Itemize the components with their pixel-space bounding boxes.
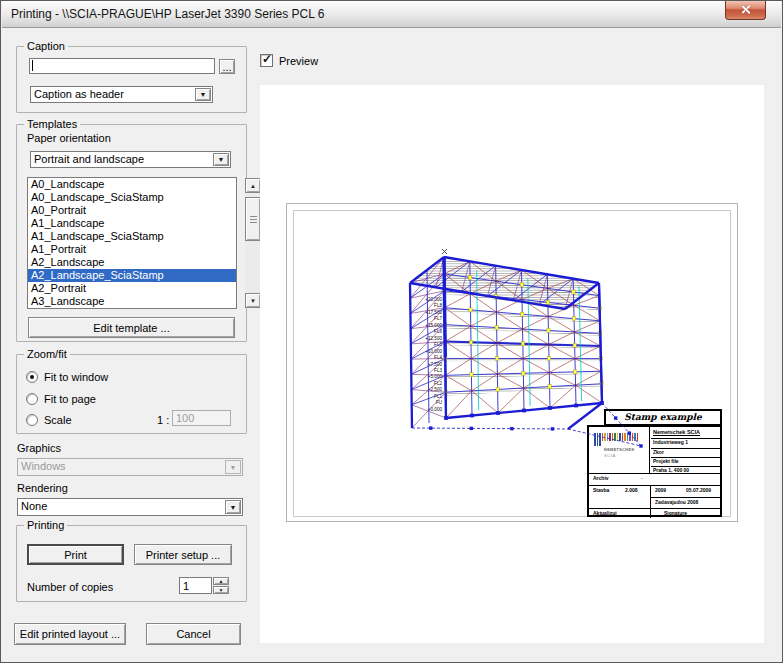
radio-scale[interactable] — [26, 414, 38, 426]
printing-group-legend: Printing — [24, 519, 67, 531]
list-item[interactable]: A0_Landscape — [28, 178, 236, 191]
arrow-up-icon: ▲ — [219, 579, 224, 584]
dropdown-button[interactable]: ▼ — [213, 153, 229, 166]
dropdown-button[interactable]: ▼ — [195, 88, 211, 101]
list-item[interactable]: A0_Landscape_SciaStamp — [28, 191, 236, 204]
preview-checkbox[interactable]: ✓ — [260, 54, 273, 67]
arrow-up-icon: ▲ — [250, 183, 256, 189]
edit-template-label: Edit template ... — [93, 322, 169, 334]
templates-group-legend: Templates — [24, 118, 80, 130]
caption-group-legend: Caption — [24, 40, 68, 52]
paper-orientation-dropdown[interactable]: Portrait and landscape ▼ — [30, 151, 231, 168]
browse-button-label: ... — [222, 61, 231, 73]
close-button[interactable] — [725, 1, 766, 20]
printer-setup-button[interactable]: Printer setup ... — [134, 544, 232, 565]
preview-model-drawing — [260, 85, 764, 643]
rendering-value: None — [21, 500, 47, 512]
caption-input[interactable] — [29, 58, 215, 74]
template-list[interactable]: A0_LandscapeA0_Landscape_SciaStampA0_Por… — [27, 177, 237, 309]
list-item[interactable]: A2_Landscape_SciaStamp — [28, 269, 236, 282]
cancel-button-label: Cancel — [176, 628, 210, 640]
chevron-down-icon: ▼ — [230, 464, 237, 471]
edit-printed-layout-label: Edit printed layout ... — [20, 628, 120, 640]
fit-to-window-label: Fit to window — [44, 371, 108, 383]
copies-up-button[interactable]: ▲ — [213, 577, 229, 585]
list-item[interactable]: A2_Landscape — [28, 256, 236, 269]
arrow-down-icon: ▼ — [219, 588, 224, 593]
scroll-down-button[interactable]: ▼ — [245, 293, 261, 308]
print-button-label: Print — [64, 549, 87, 561]
list-item[interactable]: A3_Landscape — [28, 295, 236, 308]
scrollbar-thumb[interactable] — [245, 197, 261, 241]
template-list-scrollbar[interactable]: ▲ ▼ — [245, 178, 261, 308]
print-button[interactable]: Print — [27, 544, 124, 565]
paper-orientation-value: Portrait and landscape — [34, 153, 144, 165]
graphics-dropdown: Windows ▼ — [17, 458, 243, 476]
radio-dot — [30, 375, 34, 379]
printer-setup-label: Printer setup ... — [146, 549, 221, 561]
scale-label: Scale — [44, 414, 72, 426]
list-item[interactable]: A1_Landscape — [28, 217, 236, 230]
caption-browse-button[interactable]: ... — [219, 59, 235, 74]
radio-fit-to-page[interactable] — [26, 393, 38, 405]
fit-to-page-label: Fit to page — [44, 393, 96, 405]
copies-down-button[interactable]: ▼ — [213, 586, 229, 594]
list-item[interactable]: A2_Portrait — [28, 282, 236, 295]
paper-orientation-label: Paper orientation — [27, 132, 111, 144]
list-item[interactable]: A1_Portrait — [28, 243, 236, 256]
rendering-dropdown[interactable]: None ▼ — [17, 498, 243, 516]
edit-template-button[interactable]: Edit template ... — [28, 317, 235, 338]
chevron-down-icon: ▼ — [218, 156, 225, 163]
copies-input[interactable] — [179, 577, 212, 594]
scale-value-input — [172, 410, 231, 426]
list-item[interactable]: A0_Portrait — [28, 204, 236, 217]
dropdown-button[interactable]: ▼ — [225, 500, 241, 514]
list-item[interactable]: A1_Landscape_SciaStamp — [28, 230, 236, 243]
caption-mode-dropdown[interactable]: Caption as header ▼ — [30, 86, 213, 103]
preview-checkbox-label: Preview — [279, 55, 318, 67]
rendering-label: Rendering — [17, 482, 68, 494]
printing-dialog: Printing - \\SCIA-PRAGUE\HP LaserJet 339… — [0, 0, 783, 663]
edit-printed-layout-button[interactable]: Edit printed layout ... — [14, 623, 126, 645]
checkmark-icon: ✓ — [262, 52, 272, 66]
radio-fit-to-window[interactable] — [26, 371, 38, 383]
zoom-fit-group-legend: Zoom/fit — [24, 348, 70, 360]
copies-label: Number of copies — [27, 581, 113, 593]
dropdown-button: ▼ — [225, 460, 241, 474]
scroll-up-button[interactable]: ▲ — [245, 178, 261, 193]
window-title: Printing - \\SCIA-PRAGUE\HP LaserJet 339… — [11, 7, 324, 21]
thumb-grip-icon — [250, 216, 257, 224]
chevron-down-icon: ▼ — [200, 91, 207, 98]
scale-ratio-label: 1 : — [157, 414, 169, 426]
arrow-down-icon: ▼ — [250, 298, 256, 304]
close-icon — [741, 5, 751, 15]
graphics-label: Graphics — [17, 442, 61, 454]
graphics-value: Windows — [21, 460, 66, 472]
caption-mode-value: Caption as header — [34, 88, 124, 100]
cancel-button[interactable]: Cancel — [146, 623, 241, 645]
chevron-down-icon: ▼ — [230, 504, 237, 511]
text-caret — [32, 60, 33, 71]
title-bar: Printing - \\SCIA-PRAGUE\HP LaserJet 339… — [2, 1, 781, 28]
